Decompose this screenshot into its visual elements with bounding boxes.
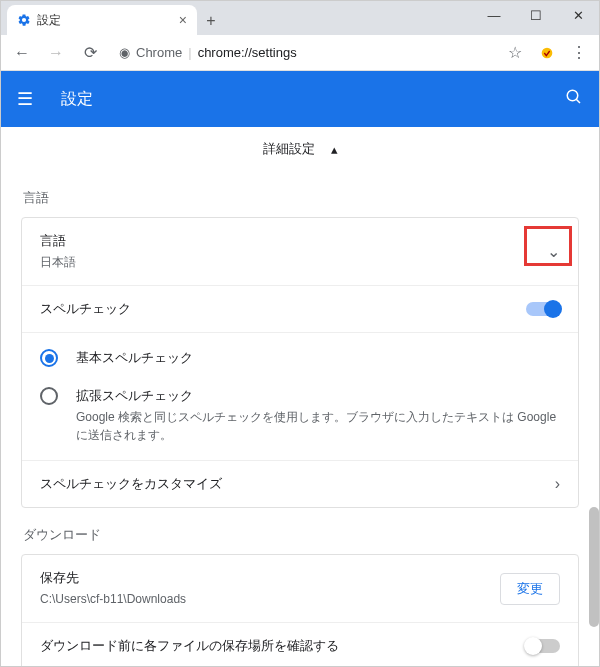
search-icon[interactable]: [565, 88, 583, 111]
maximize-button[interactable]: ☐: [515, 1, 557, 29]
chevron-up-icon: ▴: [331, 142, 338, 157]
reload-button[interactable]: ⟳: [75, 38, 105, 68]
spellcheck-toggle[interactable]: [526, 302, 560, 316]
download-path-label: 保存先: [40, 569, 500, 587]
bookmark-star-icon[interactable]: ☆: [501, 39, 529, 67]
confirm-location-row: ダウンロード前に各ファイルの保存場所を確認する: [22, 623, 578, 667]
extended-spellcheck-label: 拡張スペルチェック: [76, 387, 560, 405]
url-box[interactable]: ◉ Chrome | chrome://settings: [109, 39, 497, 67]
browser-tab[interactable]: 設定 ×: [7, 5, 197, 35]
site-label: Chrome: [136, 45, 182, 60]
address-bar: ← → ⟳ ◉ Chrome | chrome://settings ☆ ⋮: [1, 35, 599, 71]
tab-title: 設定: [37, 12, 173, 29]
basic-spellcheck-label: 基本スペルチェック: [76, 349, 560, 367]
section-title-language: 言語: [1, 171, 599, 217]
close-window-button[interactable]: ✕: [557, 1, 599, 29]
customize-label: スペルチェックをカスタマイズ: [40, 475, 555, 493]
advanced-label: 詳細設定: [263, 140, 315, 158]
chrome-icon: ◉: [119, 45, 130, 60]
radio-checked-icon: [40, 349, 58, 367]
minimize-button[interactable]: —: [473, 1, 515, 29]
content-area: 詳細設定 ▴ 言語 言語 日本語 ⌄ スペルチェック 基本スペルチェック: [1, 127, 599, 667]
advanced-settings-toggle[interactable]: 詳細設定 ▴: [1, 127, 599, 171]
url-text: chrome://settings: [198, 45, 297, 60]
language-value: 日本語: [40, 253, 547, 271]
svg-line-2: [576, 99, 580, 103]
confirm-location-toggle[interactable]: [526, 639, 560, 653]
download-path-value: C:\Users\cf-b11\Downloads: [40, 590, 500, 608]
language-card: 言語 日本語 ⌄ スペルチェック 基本スペルチェック 拡張スペルチェック: [21, 217, 579, 508]
extended-spellcheck-option[interactable]: 拡張スペルチェック Google 検索と同じスペルチェックを使用します。ブラウザ…: [22, 377, 578, 454]
language-row[interactable]: 言語 日本語 ⌄: [22, 218, 578, 286]
window-controls: — ☐ ✕: [473, 1, 599, 29]
forward-button[interactable]: →: [41, 38, 71, 68]
extension-icon[interactable]: [533, 39, 561, 67]
hamburger-icon[interactable]: ☰: [17, 88, 41, 110]
highlight-annotation: [524, 226, 572, 266]
basic-spellcheck-option[interactable]: 基本スペルチェック: [22, 339, 578, 377]
confirm-location-label: ダウンロード前に各ファイルの保存場所を確認する: [40, 637, 526, 655]
section-title-download: ダウンロード: [1, 508, 599, 554]
kebab-menu-icon[interactable]: ⋮: [565, 39, 593, 67]
new-tab-button[interactable]: +: [197, 7, 225, 35]
change-button[interactable]: 変更: [500, 573, 560, 605]
extended-spellcheck-desc: Google 検索と同じスペルチェックを使用します。ブラウザに入力したテキストは…: [76, 408, 560, 444]
scrollbar-thumb[interactable]: [589, 507, 599, 627]
radio-unchecked-icon: [40, 387, 58, 405]
customize-spellcheck-row[interactable]: スペルチェックをカスタマイズ ›: [22, 460, 578, 507]
back-button[interactable]: ←: [7, 38, 37, 68]
chevron-right-icon: ›: [555, 475, 560, 493]
download-card: 保存先 C:\Users\cf-b11\Downloads 変更 ダウンロード前…: [21, 554, 579, 667]
settings-header: ☰ 設定: [1, 71, 599, 127]
spellcheck-label: スペルチェック: [40, 300, 526, 318]
download-path-row: 保存先 C:\Users\cf-b11\Downloads 変更: [22, 555, 578, 623]
svg-point-0: [542, 47, 553, 58]
language-label: 言語: [40, 232, 547, 250]
header-title: 設定: [61, 89, 565, 110]
site-info-chip[interactable]: ◉ Chrome |: [119, 45, 192, 60]
settings-icon: [17, 13, 31, 27]
close-tab-icon[interactable]: ×: [179, 12, 187, 28]
spellcheck-row: スペルチェック: [22, 286, 578, 333]
svg-point-1: [567, 90, 578, 101]
